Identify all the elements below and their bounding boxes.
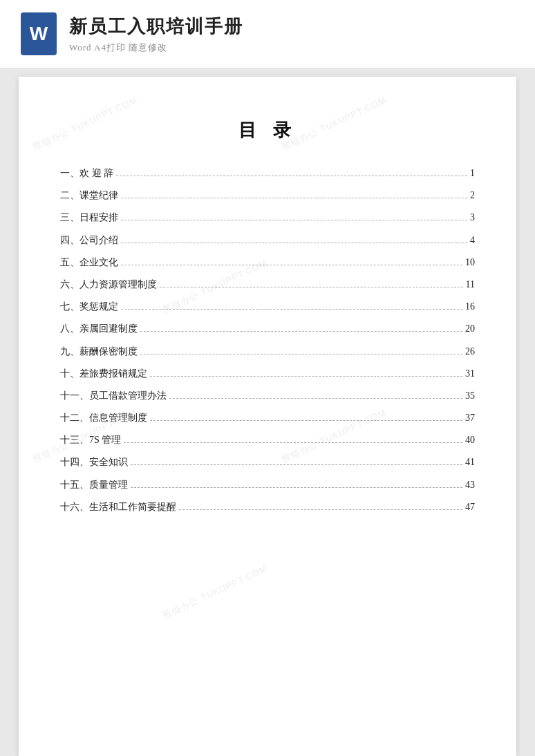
- toc-item: 十、差旅费报销规定31: [60, 365, 475, 382]
- toc-dots: [169, 398, 462, 399]
- toc-item: 十六、生活和工作简要提醒47: [60, 498, 475, 516]
- toc-label: 十一、员工借款管理办法: [60, 387, 167, 404]
- toc-dots: [121, 265, 462, 265]
- toc-page: 20: [465, 320, 475, 337]
- toc-item: 一、欢 迎 辞1: [60, 164, 475, 182]
- toc-dots: [116, 176, 467, 176]
- toc-label: 七、奖惩规定: [60, 298, 118, 315]
- toc-item: 九、薪酬保密制度26: [60, 343, 475, 360]
- toc-list: 一、欢 迎 辞1二、课堂纪律2三、日程安排3四、公司介绍4五、企业文化10六、人…: [60, 164, 475, 516]
- toc-label: 十五、质量管理: [60, 476, 128, 493]
- toc-dots: [150, 420, 462, 421]
- toc-page: 47: [465, 498, 475, 516]
- toc-dots: [121, 220, 467, 220]
- header: 新员工入职培训手册 Word A4打印 随意修改: [0, 0, 535, 68]
- toc-page: 3: [470, 209, 475, 226]
- toc-dots: [150, 376, 462, 377]
- toc-dots: [140, 331, 462, 332]
- toc-label: 六、人力资源管理制度: [60, 276, 157, 293]
- toc-item: 四、公司介绍4: [60, 231, 475, 249]
- toc-dots: [131, 464, 462, 465]
- document-page: 熊猫办公 TUKUPPT.COM 熊猫办公 TUKUPPT.COM 熊猫办公 T…: [19, 77, 516, 756]
- toc-page: 41: [465, 453, 475, 471]
- toc-label: 十四、安全知识: [60, 453, 128, 471]
- toc-item: 五、企业文化10: [60, 254, 475, 271]
- toc-page: 31: [465, 365, 475, 382]
- toc-page: 1: [470, 164, 475, 182]
- toc-page: 26: [465, 343, 475, 360]
- header-subtitle: Word A4打印 随意修改: [69, 41, 243, 54]
- toc-dots: [121, 243, 467, 243]
- toc-page: 16: [465, 298, 475, 315]
- toc-item: 十二、信息管理制度37: [60, 409, 475, 426]
- toc-item: 十四、安全知识41: [60, 453, 475, 471]
- toc-dots: [179, 509, 462, 510]
- toc-dots: [121, 198, 467, 198]
- toc-dots: [124, 442, 462, 443]
- toc-page: 37: [465, 409, 475, 426]
- toc-dots: [121, 309, 462, 310]
- toc-label: 十三、7S 管理: [60, 431, 121, 448]
- word-icon: [21, 12, 57, 55]
- toc-label: 五、企业文化: [60, 254, 118, 271]
- toc-page: 40: [465, 431, 475, 448]
- toc-item: 十三、7S 管理40: [60, 431, 475, 448]
- header-title: 新员工入职培训手册: [69, 15, 243, 39]
- toc-title: 目 录: [60, 118, 475, 142]
- toc-page: 10: [465, 254, 475, 271]
- toc-page: 4: [470, 231, 475, 249]
- toc-dots: [140, 354, 462, 355]
- toc-label: 九、薪酬保密制度: [60, 343, 138, 360]
- header-text: 新员工入职培训手册 Word A4打印 随意修改: [69, 15, 243, 54]
- toc-item: 十五、质量管理43: [60, 476, 475, 493]
- toc-page: 43: [465, 476, 475, 493]
- toc-label: 二、课堂纪律: [60, 187, 118, 204]
- toc-label: 四、公司介绍: [60, 231, 118, 249]
- toc-page: 2: [470, 187, 475, 204]
- toc-label: 八、亲属回避制度: [60, 320, 138, 337]
- toc-label: 十、差旅费报销规定: [60, 365, 147, 382]
- toc-dots: [160, 287, 463, 287]
- toc-item: 六、人力资源管理制度11: [60, 276, 475, 293]
- toc-label: 十六、生活和工作简要提醒: [60, 498, 176, 516]
- toc-dots: [131, 487, 462, 488]
- toc-label: 十二、信息管理制度: [60, 409, 147, 426]
- toc-page: 35: [465, 387, 475, 404]
- toc-item: 七、奖惩规定16: [60, 298, 475, 315]
- toc-item: 三、日程安排3: [60, 209, 475, 226]
- toc-item: 八、亲属回避制度20: [60, 320, 475, 337]
- toc-label: 三、日程安排: [60, 209, 118, 226]
- toc-label: 一、欢 迎 辞: [60, 164, 113, 182]
- toc-page: 11: [466, 276, 475, 293]
- watermark-6: 熊猫办公 TUKUPPT.COM: [161, 563, 270, 622]
- toc-item: 十一、员工借款管理办法35: [60, 387, 475, 404]
- toc-item: 二、课堂纪律2: [60, 187, 475, 204]
